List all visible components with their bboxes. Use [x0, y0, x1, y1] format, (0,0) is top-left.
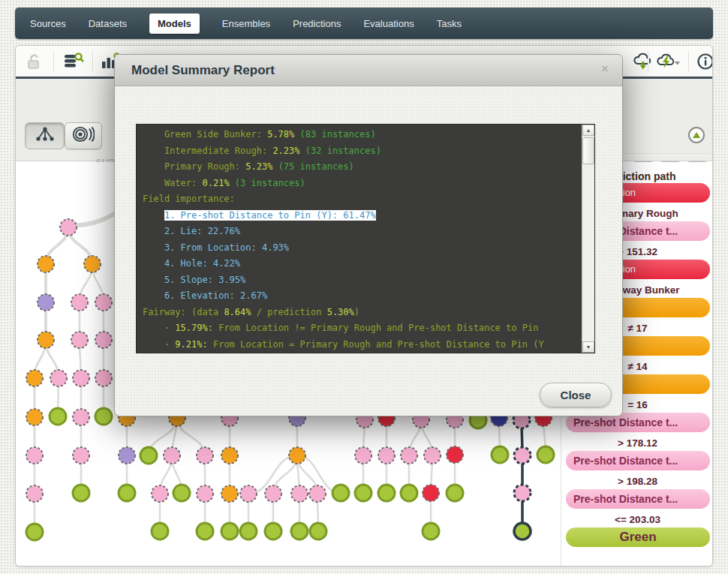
terminal-line: 3. From Location: 4.93% — [143, 240, 582, 257]
cloud-run-icon[interactable] — [655, 52, 684, 76]
terminal-line: Water: 0.21% (3 instances) — [143, 176, 582, 192]
tree-node[interactable] — [514, 485, 531, 501]
tree-node[interactable] — [265, 485, 281, 502]
tab-models[interactable]: Models — [149, 14, 200, 34]
terminal-line: · 9.21%: From Location = Primary Rough a… — [143, 337, 582, 353]
tree-node[interactable] — [401, 447, 417, 464]
tree-node[interactable] — [447, 485, 463, 501]
tree-node[interactable] — [309, 485, 326, 502]
terminal-scrollbar[interactable]: ▲ ▼ — [582, 125, 594, 353]
scroll-up-button[interactable]: ▲ — [582, 125, 594, 136]
tree-node[interactable] — [119, 485, 135, 501]
tree-node[interactable] — [355, 447, 372, 464]
tree-node[interactable] — [73, 370, 89, 386]
tree-node[interactable] — [73, 447, 89, 464]
terminal-line: Primary Rough: 5.23% (75 instances) — [143, 159, 582, 176]
tree-node[interactable] — [289, 447, 305, 464]
tree-node[interactable] — [240, 485, 257, 502]
toolbar-separator — [688, 51, 689, 71]
tree-node[interactable] — [423, 523, 439, 539]
tree-node[interactable] — [221, 485, 238, 502]
tree-node[interactable] — [26, 524, 43, 540]
sunburst-view-icon — [72, 125, 95, 147]
collapse-panel-button[interactable] — [688, 127, 705, 143]
scroll-thumb[interactable] — [582, 137, 594, 164]
tree-node[interactable] — [140, 447, 157, 464]
tree-node[interactable] — [401, 485, 417, 501]
tree-node[interactable] — [60, 219, 77, 236]
tree-node[interactable] — [95, 370, 112, 386]
tree-node[interactable] — [73, 485, 89, 501]
tree-node[interactable] — [240, 523, 257, 539]
tree-node[interactable] — [424, 447, 441, 464]
modal-header: Model Summary Report × — [115, 55, 622, 86]
tree-node[interactable] — [310, 523, 326, 539]
tree-node[interactable] — [197, 485, 213, 502]
tree-node[interactable] — [38, 332, 54, 348]
path-pill[interactable]: Pre-shot Distance t... — [566, 489, 710, 509]
tab-predictions[interactable]: Predictions — [293, 18, 341, 29]
navbar-tabs: SourcesDatasetsModelsEnsemblesPrediction… — [30, 14, 462, 34]
path-label: > 198.28 — [561, 476, 713, 488]
tab-sources[interactable]: Sources — [30, 18, 66, 29]
tree-node[interactable] — [447, 446, 463, 463]
tree-node[interactable] — [84, 256, 101, 272]
tree-node[interactable] — [26, 447, 43, 464]
tree-node[interactable] — [291, 485, 308, 502]
scroll-down-button[interactable]: ▼ — [582, 341, 594, 353]
tree-node[interactable] — [291, 523, 308, 539]
tree-node[interactable] — [173, 485, 190, 501]
tree-node[interactable] — [197, 447, 213, 464]
datasets-search-icon[interactable] — [62, 52, 85, 74]
tree-node[interactable] — [50, 408, 66, 425]
close-button[interactable]: Close — [540, 383, 612, 407]
tree-view-button[interactable] — [25, 122, 65, 149]
path-pill[interactable]: Green — [566, 527, 710, 547]
close-icon[interactable]: × — [601, 62, 609, 77]
tree-node[interactable] — [355, 485, 372, 501]
tree-node[interactable] — [492, 446, 508, 463]
tree-node[interactable] — [38, 294, 54, 311]
tree-node[interactable] — [221, 447, 238, 464]
tree-node[interactable] — [164, 447, 180, 464]
toolbar-separator — [648, 51, 648, 71]
tab-evaluations[interactable]: Evaluations — [363, 18, 414, 29]
tree-node[interactable] — [26, 370, 43, 386]
terminal-line: · 15.79%: From Location != Primary Rough… — [143, 320, 582, 337]
tab-ensembles[interactable]: Ensembles — [222, 18, 270, 29]
tree-node[interactable] — [26, 409, 43, 425]
tree-node[interactable] — [119, 447, 135, 464]
report-terminal: Green Side Bunker: 5.78% (83 instances) … — [136, 124, 595, 353]
tree-node[interactable] — [26, 485, 43, 502]
tree-node[interactable] — [378, 485, 395, 501]
tree-node[interactable] — [197, 523, 213, 539]
tree-node[interactable] — [95, 332, 112, 348]
path-pill[interactable]: Pre-shot Distance t... — [566, 451, 710, 470]
tree-node[interactable] — [221, 523, 238, 539]
tree-node[interactable] — [152, 485, 168, 502]
tree-node[interactable] — [95, 294, 112, 311]
tree-node[interactable] — [71, 332, 88, 348]
tab-datasets[interactable]: Datasets — [89, 18, 127, 29]
tree-node[interactable] — [265, 523, 281, 539]
tree-node[interactable] — [537, 446, 554, 463]
tree-node[interactable] — [332, 485, 349, 501]
tab-tasks[interactable]: Tasks — [437, 18, 462, 29]
tree-node[interactable] — [71, 294, 88, 311]
info-icon[interactable] — [696, 52, 713, 74]
tree-node[interactable] — [378, 447, 395, 464]
tree-node[interactable] — [38, 256, 54, 272]
tree-node[interactable] — [514, 523, 531, 539]
tree-node[interactable] — [423, 485, 439, 501]
tree-node[interactable] — [73, 409, 89, 425]
tree-node[interactable] — [514, 447, 531, 464]
terminal-line: Fairway: (data 8.64% / prediction 5.30%) — [143, 305, 582, 321]
cloud-download-icon[interactable] — [632, 52, 654, 76]
tree-node[interactable] — [95, 408, 112, 425]
unlock-icon[interactable] — [25, 52, 43, 74]
terminal-line: Intermediate Rough: 2.23% (32 instances) — [143, 143, 582, 160]
tree-node[interactable] — [50, 370, 67, 386]
top-navbar: SourcesDatasetsModelsEnsemblesPrediction… — [15, 8, 713, 39]
tree-node[interactable] — [152, 523, 168, 539]
sunburst-view-button[interactable] — [65, 122, 102, 149]
